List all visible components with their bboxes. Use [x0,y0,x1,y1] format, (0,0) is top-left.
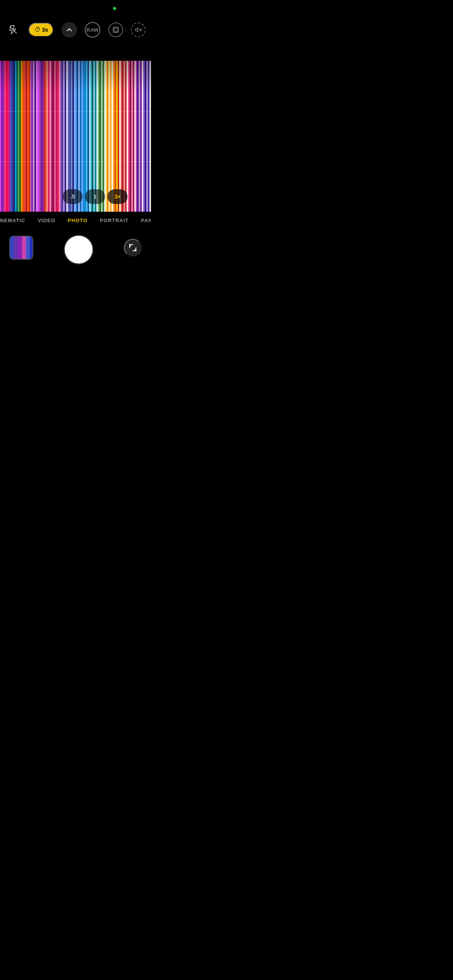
mute-button[interactable] [131,22,146,37]
last-photo-thumbnail[interactable] [9,236,33,260]
timer-value: 3s [42,27,48,33]
viewfinder[interactable]: .5 1 3× [0,61,151,212]
camera-flip-button[interactable] [124,239,142,257]
flash-off-icon [9,25,18,34]
mode-cinematic-label: CINEMATIC [0,218,25,223]
mode-pano-label: PANO [141,218,151,223]
status-bar [0,0,151,18]
layers-icon [112,26,120,34]
chevron-up-button[interactable] [62,22,77,38]
zoom-3x-label: 3× [114,194,120,200]
zoom-1x-button[interactable]: 1 [85,189,105,204]
mode-photo[interactable]: PHOTO [62,212,94,229]
shutter-button[interactable] [65,236,93,264]
top-controls-bar: ⏱ 3s RAW [0,18,151,41]
raw-button[interactable]: RAW [85,22,100,38]
timer-button[interactable]: ⏱ 3s [29,23,53,37]
chevron-up-icon [66,26,73,33]
thumbnail-preview [10,236,33,260]
mode-video[interactable]: VIDEO [31,212,61,229]
mode-video-label: VIDEO [38,218,55,223]
camera-active-indicator [113,7,116,10]
timer-icon: ⏱ [34,26,41,33]
bottom-controls [0,229,151,327]
camera-flip-icon [128,243,138,253]
mode-pano[interactable]: PANO [135,212,151,229]
mode-selector: CINEMATIC VIDEO PHOTO PORTRAIT PANO [0,212,151,229]
zoom-3x-button[interactable]: 3× [107,189,127,204]
mode-photo-label: PHOTO [68,218,88,223]
zoom-1x-label: 1 [93,194,96,200]
top-black-bar [0,41,151,61]
zoom-0.5-button[interactable]: .5 [62,189,82,204]
svg-rect-2 [114,28,117,31]
zoom-0.5-label: .5 [70,194,75,200]
raw-label: RAW [86,27,99,33]
zoom-controls: .5 1 3× [62,189,127,204]
mode-cinematic[interactable]: CINEMATIC [0,212,31,229]
mode-portrait[interactable]: PORTRAIT [94,212,135,229]
flash-button[interactable] [5,22,21,38]
mute-icon [135,26,142,33]
live-photo-button[interactable] [108,22,123,37]
shutter-container [33,236,124,264]
mode-portrait-label: PORTRAIT [100,218,129,223]
